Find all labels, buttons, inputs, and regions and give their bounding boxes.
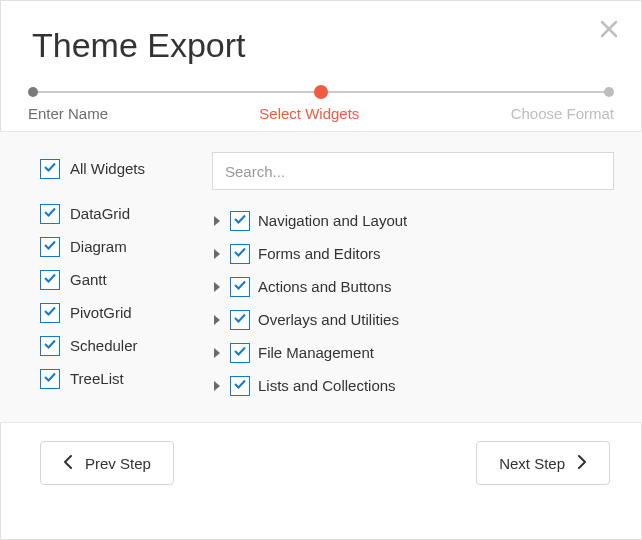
expand-toggle[interactable]: [212, 344, 222, 361]
checkbox-gantt[interactable]: [40, 270, 60, 290]
check-icon: [43, 337, 57, 354]
left-column: All Widgets DataGrid Diagram Gantt Pivot…: [40, 152, 190, 402]
checkbox-forms[interactable]: [230, 244, 250, 264]
left-item-pivotgrid[interactable]: PivotGrid: [40, 296, 190, 329]
step-node-1[interactable]: [28, 87, 38, 97]
left-item-gantt[interactable]: Gantt: [40, 263, 190, 296]
left-item-label: PivotGrid: [70, 304, 132, 321]
left-item-label: Diagram: [70, 238, 127, 255]
next-step-label: Next Step: [499, 455, 565, 472]
right-item-label: Navigation and Layout: [258, 212, 407, 229]
step-node-2[interactable]: [314, 85, 328, 99]
all-widgets-row[interactable]: All Widgets: [40, 152, 190, 185]
right-item-label: Forms and Editors: [258, 245, 381, 262]
step-label-1[interactable]: Enter Name: [28, 105, 108, 122]
right-item-label: Lists and Collections: [258, 377, 396, 394]
right-item-actions[interactable]: Actions and Buttons: [212, 270, 614, 303]
checkbox-file-management[interactable]: [230, 343, 250, 363]
prev-step-label: Prev Step: [85, 455, 151, 472]
chevron-right-icon: [213, 311, 221, 328]
check-icon: [233, 377, 247, 394]
expand-toggle[interactable]: [212, 212, 222, 229]
chevron-right-icon: [213, 245, 221, 262]
expand-toggle[interactable]: [212, 245, 222, 262]
next-step-button[interactable]: Next Step: [476, 441, 610, 485]
left-item-label: DataGrid: [70, 205, 130, 222]
chevron-right-icon: [213, 377, 221, 394]
close-button[interactable]: [600, 20, 618, 38]
check-icon: [43, 238, 57, 255]
left-item-label: TreeList: [70, 370, 124, 387]
theme-export-dialog: Theme Export Enter Name Select Widgets C…: [0, 0, 642, 540]
left-item-datagrid[interactable]: DataGrid: [40, 197, 190, 230]
right-item-label: Overlays and Utilities: [258, 311, 399, 328]
chevron-right-icon: [213, 278, 221, 295]
chevron-right-icon: [213, 212, 221, 229]
checkbox-all-widgets[interactable]: [40, 159, 60, 179]
right-item-overlays[interactable]: Overlays and Utilities: [212, 303, 614, 336]
checkbox-lists[interactable]: [230, 376, 250, 396]
step-label-3[interactable]: Choose Format: [511, 105, 614, 122]
step-progress: Enter Name Select Widgets Choose Format: [28, 75, 614, 131]
checkbox-pivotgrid[interactable]: [40, 303, 60, 323]
expand-toggle[interactable]: [212, 377, 222, 394]
check-icon: [233, 212, 247, 229]
chevron-right-icon: [577, 455, 587, 472]
chevron-left-icon: [63, 455, 73, 472]
checkbox-diagram[interactable]: [40, 237, 60, 257]
checkbox-treelist[interactable]: [40, 369, 60, 389]
dialog-title: Theme Export: [0, 0, 642, 75]
check-icon: [233, 245, 247, 262]
footer: Prev Step Next Step: [0, 423, 642, 511]
all-widgets-label: All Widgets: [70, 160, 145, 177]
check-icon: [43, 271, 57, 288]
check-icon: [233, 344, 247, 361]
left-item-label: Gantt: [70, 271, 107, 288]
checkbox-overlays[interactable]: [230, 310, 250, 330]
check-icon: [233, 311, 247, 328]
expand-toggle[interactable]: [212, 278, 222, 295]
search-input[interactable]: [212, 152, 614, 190]
check-icon: [43, 205, 57, 222]
right-item-navigation[interactable]: Navigation and Layout: [212, 204, 614, 237]
right-column: Navigation and Layout Forms and Editors …: [212, 152, 614, 402]
check-icon: [233, 278, 247, 295]
checkbox-actions[interactable]: [230, 277, 250, 297]
checkbox-scheduler[interactable]: [40, 336, 60, 356]
step-node-3[interactable]: [604, 87, 614, 97]
chevron-right-icon: [213, 344, 221, 361]
check-icon: [43, 160, 57, 177]
checkbox-datagrid[interactable]: [40, 204, 60, 224]
expand-toggle[interactable]: [212, 311, 222, 328]
step-label-2[interactable]: Select Widgets: [259, 105, 359, 122]
left-item-label: Scheduler: [70, 337, 138, 354]
right-item-lists[interactable]: Lists and Collections: [212, 369, 614, 402]
left-item-scheduler[interactable]: Scheduler: [40, 329, 190, 362]
content-area: All Widgets DataGrid Diagram Gantt Pivot…: [0, 131, 642, 423]
prev-step-button[interactable]: Prev Step: [40, 441, 174, 485]
check-icon: [43, 304, 57, 321]
left-item-diagram[interactable]: Diagram: [40, 230, 190, 263]
right-item-label: Actions and Buttons: [258, 278, 391, 295]
right-item-label: File Management: [258, 344, 374, 361]
checkbox-navigation[interactable]: [230, 211, 250, 231]
left-item-treelist[interactable]: TreeList: [40, 362, 190, 395]
right-item-forms[interactable]: Forms and Editors: [212, 237, 614, 270]
check-icon: [43, 370, 57, 387]
right-item-file-management[interactable]: File Management: [212, 336, 614, 369]
